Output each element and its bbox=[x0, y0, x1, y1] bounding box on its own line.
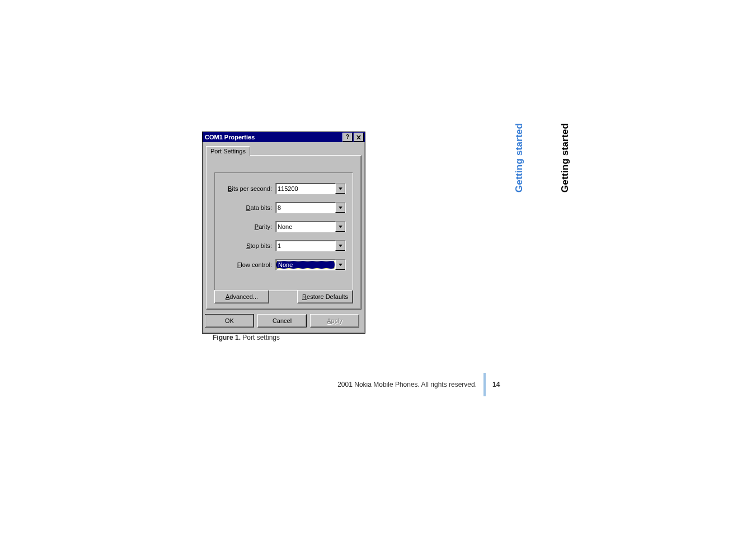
label-parity: Parity: bbox=[222, 223, 272, 230]
field-stop-bits: Stop bits: 1 bbox=[222, 240, 346, 251]
group-button-row: Advanced... Restore Defaults bbox=[214, 290, 353, 303]
footer-divider bbox=[483, 373, 486, 396]
label-bits-per-second: Bits per second: bbox=[222, 185, 272, 192]
ok-button[interactable]: OK bbox=[205, 314, 254, 327]
combo-data-bits[interactable]: 8 bbox=[275, 202, 346, 213]
label-flow-control: Flow control: bbox=[222, 261, 272, 268]
field-data-bits: Data bits: 8 bbox=[222, 202, 346, 213]
close-icon bbox=[356, 135, 361, 139]
value-parity: None bbox=[276, 223, 335, 230]
label-data-bits: Data bits: bbox=[222, 204, 272, 211]
tab-panel: Bits per second: 115200 Data bits: 8 Par… bbox=[206, 155, 361, 310]
label-stop-bits: Stop bits: bbox=[222, 242, 272, 249]
advanced-button[interactable]: Advanced... bbox=[214, 290, 269, 303]
page-footer: 2001 Nokia Mobile Phones. All rights res… bbox=[190, 373, 504, 396]
restore-defaults-button[interactable]: Restore Defaults bbox=[297, 290, 353, 303]
dialog-button-row: OK Cancel Apply bbox=[203, 310, 365, 333]
value-stop-bits: 1 bbox=[276, 242, 335, 249]
value-flow-control: None bbox=[276, 261, 335, 269]
figure-label: Figure 1. bbox=[213, 334, 241, 341]
field-bits-per-second: Bits per second: 115200 bbox=[222, 183, 346, 194]
side-label-primary: Getting started bbox=[514, 123, 525, 193]
chevron-down-icon[interactable] bbox=[335, 222, 345, 232]
settings-group: Bits per second: 115200 Data bits: 8 Par… bbox=[214, 172, 353, 291]
cancel-button[interactable]: Cancel bbox=[257, 314, 307, 327]
tab-strip: Port Settings Bits per second: 115200 Da… bbox=[203, 142, 365, 310]
window-title: COM1 Properties bbox=[204, 134, 341, 140]
figure-caption: Figure 1. Port settings bbox=[213, 334, 280, 341]
copyright-text: 2001 Nokia Mobile Phones. All rights res… bbox=[337, 381, 477, 388]
combo-flow-control[interactable]: None bbox=[275, 259, 346, 270]
field-parity: Parity: None bbox=[222, 221, 346, 232]
value-data-bits: 8 bbox=[276, 204, 335, 211]
figure-text: Port settings bbox=[241, 334, 280, 341]
chevron-down-icon[interactable] bbox=[335, 241, 345, 251]
field-flow-control: Flow control: None bbox=[222, 259, 346, 270]
close-button[interactable] bbox=[354, 133, 364, 142]
tab-port-settings[interactable]: Port Settings bbox=[206, 146, 250, 156]
combo-bits-per-second[interactable]: 115200 bbox=[275, 183, 346, 194]
value-bits-per-second: 115200 bbox=[276, 185, 335, 192]
chevron-down-icon[interactable] bbox=[335, 203, 345, 213]
combo-parity[interactable]: None bbox=[275, 221, 346, 232]
chevron-down-icon[interactable] bbox=[335, 184, 345, 194]
page-number: 14 bbox=[492, 381, 504, 388]
chevron-down-icon[interactable] bbox=[335, 260, 345, 270]
help-button[interactable]: ? bbox=[342, 133, 353, 142]
titlebar: COM1 Properties ? bbox=[203, 132, 365, 142]
properties-dialog: COM1 Properties ? Port Settings Bits per… bbox=[202, 132, 365, 334]
apply-button: Apply bbox=[310, 314, 359, 327]
combo-stop-bits[interactable]: 1 bbox=[275, 240, 346, 251]
side-label-secondary: Getting started bbox=[560, 123, 571, 193]
